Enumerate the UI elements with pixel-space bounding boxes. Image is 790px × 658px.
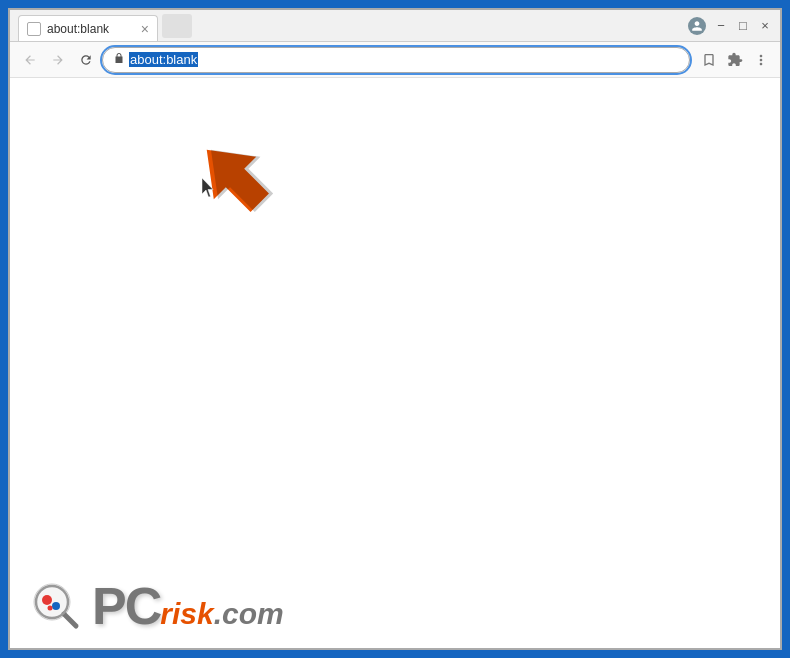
svg-point-6 xyxy=(48,606,53,611)
tab-area: about:blank × xyxy=(18,10,684,41)
svg-marker-1 xyxy=(190,133,280,223)
tab-close-button[interactable]: × xyxy=(141,21,149,37)
forward-button[interactable] xyxy=(46,48,70,72)
svg-point-5 xyxy=(52,602,60,610)
risk-text: risk xyxy=(160,597,213,631)
nav-bar: about:blank xyxy=(10,42,780,78)
new-tab-button[interactable] xyxy=(162,14,192,38)
maximize-button[interactable]: □ xyxy=(736,19,750,33)
svg-marker-0 xyxy=(190,133,280,223)
pc-letters-text: PC xyxy=(92,580,160,632)
dot-com-text: .com xyxy=(214,597,284,631)
pcrisk-logo-icon xyxy=(30,580,82,632)
secure-icon xyxy=(113,52,125,67)
close-button[interactable]: × xyxy=(758,19,772,33)
address-text: about:blank xyxy=(129,52,679,67)
address-bar[interactable]: about:blank xyxy=(102,47,690,73)
address-selected-text: about:blank xyxy=(129,52,198,67)
profile-button[interactable] xyxy=(688,17,706,35)
tab-title: about:blank xyxy=(47,22,109,36)
browser-window: about:blank × − □ × xyxy=(8,8,782,650)
reload-button[interactable] xyxy=(74,48,98,72)
svg-point-4 xyxy=(42,595,52,605)
nav-right-icons xyxy=(698,49,772,71)
svg-line-7 xyxy=(64,614,76,626)
minimize-button[interactable]: − xyxy=(714,19,728,33)
title-bar: about:blank × − □ × xyxy=(10,10,780,42)
active-tab[interactable]: about:blank × xyxy=(18,15,158,41)
window-controls: − □ × xyxy=(714,19,772,33)
pcrisk-text: PC risk .com xyxy=(92,580,284,632)
bookmark-icon[interactable] xyxy=(698,49,720,71)
mouse-cursor xyxy=(202,178,216,202)
orange-arrow-indicator xyxy=(190,133,280,223)
back-button[interactable] xyxy=(18,48,42,72)
content-area: PC risk .com xyxy=(10,78,780,648)
watermark: PC risk .com xyxy=(30,580,284,632)
menu-icon[interactable] xyxy=(750,49,772,71)
extension-icon[interactable] xyxy=(724,49,746,71)
tab-page-icon xyxy=(27,22,41,36)
